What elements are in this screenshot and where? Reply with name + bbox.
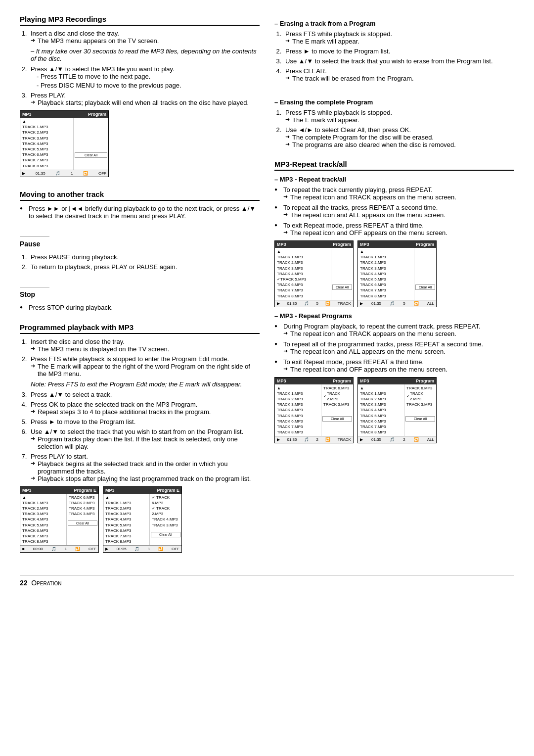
- t7: TRACK 7.MP3: [276, 287, 330, 293]
- track-item-1: TRACK 1.MP3: [21, 124, 72, 130]
- mp3-header-right-p2: Program E: [157, 488, 179, 493]
- t4: TRACK 4.MP3: [276, 271, 330, 277]
- clear-all-prog-1[interactable]: Clear All: [68, 520, 97, 526]
- f-track-icon-1: 🎵: [51, 547, 56, 551]
- et-step-1: Press FTS while playback is stopped. The…: [283, 30, 514, 45]
- footer-repeat-badge: 🔁: [83, 171, 88, 176]
- prog-step-7-arrow-1: Playback stops after playing the last pr…: [31, 475, 260, 482]
- screen-hdr-rt2: MP3 Program: [358, 241, 436, 248]
- prog-rp2: TRACK 6.MP3 TRACK 2.MP3 TRACK 3.MP3 Clea…: [404, 384, 436, 436]
- t1: TRACK 1.MP3: [21, 500, 65, 506]
- p3: TRACK 4.MP3: [68, 506, 97, 511]
- prog-step-2-note: Note: Press FTS to exit the Program Edit…: [31, 380, 260, 388]
- body-rt2: ▲ TRACK 1.MP3 TRACK 2.MP3 TRACK 3.MP3 TR…: [358, 248, 436, 300]
- t5: TRACK 5.MP3: [21, 522, 65, 528]
- p2: TRACK 2.MP3: [68, 500, 97, 506]
- track-item-5: TRACK 5.MP3: [21, 146, 72, 152]
- clear-all-btn[interactable]: Clear All: [75, 152, 107, 158]
- t1: TRACK 1.MP3: [359, 391, 403, 396]
- step-2-text: Press ▲/▼ to select the MP3 file you wan…: [31, 65, 175, 73]
- mp3-header-left-p2: MP3: [105, 488, 115, 493]
- mp3-screen-header: MP3 Program: [20, 111, 108, 118]
- t6: TRACK 6.MP3: [21, 528, 65, 533]
- mp3-header-left-p1: MP3: [22, 488, 32, 493]
- section-playing-mp3: Playing MP3 Recordings Insert a disc and…: [20, 15, 260, 181]
- step-1-note: – It may take over 30 seconds to read th…: [31, 47, 260, 62]
- t8: TRACK 8.MP3: [359, 429, 403, 435]
- mp3-header-left: MP3: [22, 112, 32, 117]
- prog-step-4-arrow: Repeat steps 3 to 4 to place additional …: [31, 408, 260, 416]
- mp3-track-list: ▲ TRACK 1.MP3 TRACK 2.MP3 TRACK 3.MP3 TR…: [20, 118, 74, 170]
- moving-track-bullet: Press ►► or |◄◄ briefly during playback …: [20, 205, 260, 220]
- f-time-2: 01:35: [117, 547, 127, 551]
- ca-rt2[interactable]: Clear All: [415, 284, 435, 290]
- p3: TRACK 3.MP3: [322, 402, 352, 407]
- step-3-arrow: Playback starts; playback will end when …: [31, 99, 260, 106]
- list-rt1: ▲ TRACK 1.MP3 TRACK 2.MP3 TRACK 3.MP3 TR…: [275, 248, 331, 300]
- section-erasing-complete: – Erasing the complete Program Press FTS…: [274, 94, 514, 151]
- prog-step-5: Press ► to move to the Program list.: [29, 418, 260, 425]
- repeat-programs-bullets: During Program playback, to repeat the c…: [274, 323, 514, 373]
- stop-text: Press STOP during playback.: [29, 304, 113, 311]
- prog-step-2: Press FTS while playback is stopped to e…: [29, 355, 260, 388]
- step-1-arrow: The MP3 menu appears on the TV screen.: [31, 37, 260, 45]
- mp3-body-prog-1: ▲ TRACK 1.MP3 TRACK 2.MP3 TRACK 3.MP3 TR…: [20, 494, 98, 546]
- pause-step-2: To return to playback, press PLAY or PAU…: [29, 263, 260, 271]
- t2: TRACK 2.MP3: [276, 396, 320, 402]
- playing-mp3-steps: Insert a disc and close the tray. The MP…: [20, 30, 260, 106]
- t3: TRACK 3.MP3: [276, 266, 330, 271]
- step-2-dash-1: Press DISC MENU to move to the previous …: [31, 82, 260, 89]
- section-moving-track: Moving to another track Press ►► or |◄◄ …: [20, 190, 260, 223]
- f-right-2: OFF: [172, 547, 179, 551]
- ca-rp2[interactable]: Clear All: [405, 416, 435, 422]
- play-rp1: [277, 437, 280, 442]
- t6: TRACK 6.MP3: [276, 419, 320, 424]
- p1: ✓ TRACK 6.MP3: [151, 495, 180, 506]
- t7: TRACK 7.MP3: [21, 533, 65, 539]
- ec-step-1: Press FTS while playback is stopped. The…: [283, 109, 514, 124]
- pause-step-1-text: Press PAUSE during playback.: [31, 253, 119, 261]
- p1: TRACK 6.MP3: [322, 385, 352, 391]
- section-title-moving-track: Moving to another track: [20, 190, 260, 201]
- section-pause: Pause Press PAUSE during playback. To re…: [20, 232, 260, 273]
- section-title-stop: Stop: [20, 290, 260, 300]
- prog-step-7-arrow-0: Playback begins at the selected track an…: [31, 460, 260, 475]
- rt-bullet-3: To exit Repeat mode, press REPEAT a thir…: [274, 222, 514, 236]
- p2: TRACK 2.MP3: [405, 391, 435, 402]
- stop-list: Press STOP during playback.: [20, 304, 260, 311]
- list-rp1: ▲ TRACK 1.MP3 TRACK 2.MP3 TRACK 3.MP3 TR…: [275, 384, 321, 436]
- track-item-6: TRACK 6.MP3: [21, 152, 72, 157]
- prog-rt1: Clear All: [331, 248, 353, 300]
- t3: TRACK 3.MP3: [359, 402, 403, 407]
- ec-step-2-arrow-0: The complete Program for the disc will b…: [285, 134, 514, 141]
- repeat-programs-screens: MP3 Program ▲ TRACK 1.MP3 TRACK 2.MP3 TR…: [274, 377, 514, 444]
- f-track-num-1: 1: [65, 547, 67, 551]
- t5: TRACK 5.MP3: [359, 413, 403, 419]
- pause-step-1: Press PAUSE during playback.: [29, 253, 260, 261]
- section-title-programmed: Programmed playback with MP3: [20, 323, 260, 334]
- t4: TRACK 4.MP3: [359, 407, 403, 413]
- mp3-screen-rp-1: MP3 Program ▲ TRACK 1.MP3 TRACK 2.MP3 TR…: [274, 377, 354, 444]
- t1: TRACK 1.MP3: [276, 254, 330, 260]
- mp3-header-right: Program: [88, 112, 106, 117]
- step-2-dash-0: Press TITLE to move to the next page.: [31, 73, 260, 80]
- mp3-screen-header-prog-2: MP3 Program E: [103, 487, 181, 494]
- ca-rt1[interactable]: Clear All: [332, 284, 352, 290]
- t8: TRACK 8.MP3: [21, 539, 65, 544]
- et-step-1-arrow: The E mark will appear.: [285, 38, 514, 45]
- p3: TRACK 4.MP3: [151, 517, 180, 522]
- rp-bullet-3-arrow: The repeat icon and OFF appears on the m…: [283, 366, 514, 373]
- step-3-text: Press PLAY.: [31, 92, 66, 99]
- section-title-pause: Pause: [20, 240, 260, 249]
- clear-all-prog-2[interactable]: Clear All: [151, 532, 180, 537]
- left-column: Playing MP3 Recordings Insert a disc and…: [20, 15, 260, 566]
- playing-mp3-screen-row: MP3 Program ▲ TRACK 1.MP3 TRACK 2.MP3 TR…: [20, 110, 260, 177]
- repeat-track-screens: MP3 Program ▲ TRACK 1.MP3 TRACK 2.MP3 TR…: [274, 240, 514, 307]
- mp3-footer: 01:35 🎵 1 🔁 OFF: [20, 170, 108, 177]
- prog-step-6: Use ▲/▼ to select the track that you wis…: [29, 428, 260, 450]
- prog-step-3: Press ▲/▼ to select a track.: [29, 391, 260, 398]
- ca-rp1[interactable]: Clear All: [322, 416, 352, 422]
- mp3-program-col: Clear All: [74, 118, 108, 170]
- mp3-list-prog-2: ▲ TRACK 1.MP3 TRACK 2.MP3 TRACK 3.MP3 TR…: [103, 494, 150, 546]
- list-rt2: ▲ TRACK 1.MP3 TRACK 2.MP3 TRACK 3.MP3 TR…: [358, 248, 414, 300]
